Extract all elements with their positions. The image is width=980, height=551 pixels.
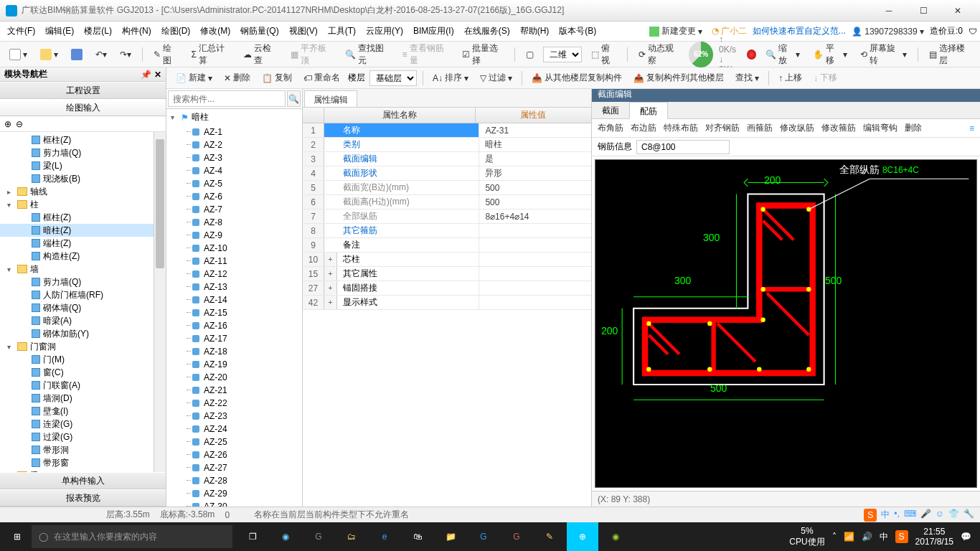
sort-button[interactable]: A↓ 排序 ▾ <box>429 70 472 86</box>
nav-item-带形洞[interactable]: 带形洞 <box>0 443 166 456</box>
section-single-input[interactable]: 单构件输入 <box>0 472 166 489</box>
list-item-AZ-15[interactable]: AZ-15 <box>166 306 302 319</box>
list-item-AZ-23[interactable]: AZ-23 <box>166 410 302 423</box>
tool-画箍筋[interactable]: 画箍筋 <box>747 122 773 134</box>
copy-button[interactable]: 📋 复制 <box>258 70 296 86</box>
help-link[interactable]: 如何快速布置自定义范... <box>753 25 846 37</box>
folder-icon[interactable]: 📁 <box>435 522 466 551</box>
nav-item-梁[interactable]: ▾梁 <box>0 469 166 472</box>
nav-item-砌体加筋(Y)[interactable]: 砌体加筋(Y) <box>0 327 166 340</box>
list-item-AZ-14[interactable]: AZ-14 <box>166 293 302 306</box>
nav-tree[interactable]: 框柱(Z)剪力墙(Q)梁(L)现浇板(B)▸轴线▾柱框柱(Z)暗柱(Z)端柱(Z… <box>0 132 166 472</box>
tray-volume-icon[interactable]: 🔊 <box>862 532 872 542</box>
section-menu-icon[interactable]: ≡ <box>969 123 974 133</box>
menu-云应用(Y)[interactable]: 云应用(Y) <box>362 23 407 39</box>
app-icon-7[interactable]: ◉ <box>600 522 631 551</box>
menu-帮助(H)[interactable]: 帮助(H) <box>516 23 554 39</box>
menu-钢筋量(Q)[interactable]: 钢筋量(Q) <box>236 23 283 39</box>
prop-row-6[interactable]: 6 截面高(H边)(mm) 500 <box>303 195 591 209</box>
flat-top-button[interactable]: ▦ 平齐板顶 <box>287 40 336 69</box>
edge-icon[interactable]: e <box>369 522 400 551</box>
menu-视图(V)[interactable]: 视图(V) <box>285 23 322 39</box>
menu-楼层(L)[interactable]: 楼层(L) <box>80 23 116 39</box>
ime-keyboard-icon[interactable]: ⌨ <box>904 509 916 522</box>
app-icon-4[interactable]: G <box>501 522 532 551</box>
store-icon[interactable]: 🛍 <box>402 522 433 551</box>
close-button[interactable]: ✕ <box>941 1 974 21</box>
property-grid[interactable]: 1 名称 AZ-31 2 类别 暗柱 3 截面编辑 是 4 截面形状 异形 5 … <box>303 123 591 507</box>
view-rebar-button[interactable]: ≡ 查看钢筋量 <box>399 40 453 69</box>
prop-row-15[interactable]: 15+ 其它属性 <box>303 267 591 281</box>
ime-skin-icon[interactable]: 👕 <box>948 509 959 522</box>
prop-row-7[interactable]: 7 全部纵筋 8⌀16+4⌀14 <box>303 209 591 224</box>
nav-item-窗(C)[interactable]: 窗(C) <box>0 366 166 379</box>
tool-布角筋[interactable]: 布角筋 <box>598 122 623 134</box>
start-button[interactable]: ⊞ <box>3 522 32 551</box>
list-item-AZ-28[interactable]: AZ-28 <box>166 474 302 487</box>
nav-item-梁(L)[interactable]: 梁(L) <box>0 159 166 172</box>
prop-row-42[interactable]: 42+ 显示样式 <box>303 296 591 310</box>
nav-item-墙洞(D)[interactable]: 墙洞(D) <box>0 392 166 405</box>
find-button[interactable]: 查找 ▾ <box>732 70 763 86</box>
nav-item-端柱(Z)[interactable]: 端柱(Z) <box>0 237 166 250</box>
rebar-info-input[interactable] <box>636 140 730 154</box>
tool-删除[interactable]: 删除 <box>905 122 922 134</box>
list-item-AZ-29[interactable]: AZ-29 <box>166 487 302 500</box>
list-item-AZ-3[interactable]: AZ-3 <box>166 151 302 164</box>
list-item-AZ-18[interactable]: AZ-18 <box>166 345 302 358</box>
ime-face-icon[interactable]: ☺ <box>936 509 944 522</box>
prop-row-5[interactable]: 5 截面宽(B边)(mm) 500 <box>303 181 591 195</box>
section-tab-截面[interactable]: 截面 <box>592 102 629 118</box>
red-ball-icon[interactable] <box>747 50 756 60</box>
maximize-button[interactable]: ☐ <box>907 1 940 21</box>
menu-BIM应用(I)[interactable]: BIM应用(I) <box>409 23 458 39</box>
copy-to-button[interactable]: 📤 复制构件到其他楼层 <box>630 70 727 86</box>
tool-编辑弯钩[interactable]: 编辑弯钩 <box>863 122 897 134</box>
list-item-AZ-20[interactable]: AZ-20 <box>166 371 302 384</box>
nav-close-icon[interactable]: ✕ <box>154 70 161 80</box>
section-report[interactable]: 报表预览 <box>0 489 166 507</box>
menu-工具(T)[interactable]: 工具(T) <box>324 23 360 39</box>
prop-row-27[interactable]: 27+ 锚固搭接 <box>303 281 591 296</box>
app-icon-1[interactable]: ◉ <box>270 522 301 551</box>
nav-item-带形窗[interactable]: 带形窗 <box>0 456 166 469</box>
tool-布边筋[interactable]: 布边筋 <box>631 122 656 134</box>
nav-item-剪力墙(Q)[interactable]: 剪力墙(Q) <box>0 276 166 288</box>
menu-文件(F)[interactable]: 文件(F) <box>3 23 39 39</box>
nav-item-暗柱(Z)[interactable]: 暗柱(Z) <box>0 224 166 237</box>
menu-在线服务(S)[interactable]: 在线服务(S) <box>460 23 514 39</box>
section-canvas[interactable]: 200 300 300 200 500 500 全部纵筋 8C16+4C <box>595 159 977 488</box>
list-item-AZ-9[interactable]: AZ-9 <box>166 229 302 242</box>
task-view-icon[interactable]: ❐ <box>237 522 268 551</box>
list-item-AZ-8[interactable]: AZ-8 <box>166 216 302 229</box>
user-id[interactable]: 👤 13907298339 ▾ <box>852 27 924 37</box>
list-item-AZ-7[interactable]: AZ-7 <box>166 203 302 216</box>
list-item-AZ-24[interactable]: AZ-24 <box>166 423 302 435</box>
list-item-AZ-5[interactable]: AZ-5 <box>166 177 302 190</box>
menu-版本号(B)[interactable]: 版本号(B) <box>555 23 600 39</box>
minimize-button[interactable]: ─ <box>872 1 905 21</box>
nav-item-柱[interactable]: ▾柱 <box>0 198 166 211</box>
new-file-icon[interactable]: ▾ <box>6 47 31 62</box>
list-item-AZ-16[interactable]: AZ-16 <box>166 319 302 332</box>
overlook-button[interactable]: ⬚ 俯视 <box>588 40 621 69</box>
prop-row-10[interactable]: 10+ 芯柱 <box>303 253 591 267</box>
undo-icon[interactable]: ↶▾ <box>92 47 110 62</box>
sogou-icon[interactable]: S <box>864 509 877 522</box>
zoom-button[interactable]: 🔍 缩放 ▾ <box>762 40 804 69</box>
list-item-AZ-1[interactable]: AZ-1 <box>166 126 302 138</box>
ime-tool-icon[interactable]: 🔧 <box>963 509 974 522</box>
menu-编辑(E)[interactable]: 编辑(E) <box>41 23 78 39</box>
view-mode-icon[interactable]: ▢ <box>522 47 537 62</box>
nav-item-过梁(G)[interactable]: 过梁(G) <box>0 430 166 443</box>
nav-item-砌体墙(Q)[interactable]: 砌体墙(Q) <box>0 301 166 314</box>
tray-up-icon[interactable]: ˄ <box>832 532 837 542</box>
tray-ime-icon[interactable]: 中 <box>880 531 888 543</box>
nav-scrollbar[interactable] <box>154 132 166 472</box>
cloud-check-button[interactable]: ☁ 云检查 <box>240 40 281 69</box>
nav-pin-icon[interactable]: 📌 <box>141 70 151 80</box>
nav-item-壁龛(I)[interactable]: 壁龛(I) <box>0 405 166 418</box>
rename-button[interactable]: 🏷 重命名 <box>300 70 344 86</box>
tray-sogou-icon[interactable]: S <box>895 530 908 543</box>
menu-绘图(D)[interactable]: 绘图(D) <box>157 23 195 39</box>
